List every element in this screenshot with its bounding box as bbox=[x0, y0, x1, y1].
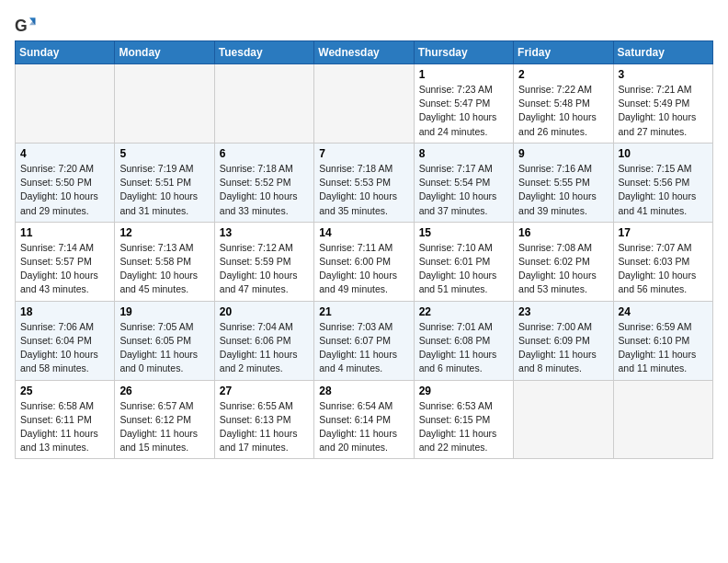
day-info: Sunrise: 7:01 AM Sunset: 6:08 PM Dayligh… bbox=[419, 320, 508, 376]
calendar-cell bbox=[314, 64, 414, 144]
calendar-cell: 20Sunrise: 7:04 AM Sunset: 6:06 PM Dayli… bbox=[214, 301, 313, 380]
day-info: Sunrise: 7:18 AM Sunset: 5:53 PM Dayligh… bbox=[319, 162, 408, 218]
day-number: 2 bbox=[518, 68, 608, 81]
page-header: G bbox=[15, 15, 713, 37]
calendar-cell: 5Sunrise: 7:19 AM Sunset: 5:51 PM Daylig… bbox=[115, 143, 214, 222]
day-info: Sunrise: 7:20 AM Sunset: 5:50 PM Dayligh… bbox=[20, 162, 109, 218]
calendar-week-5: 25Sunrise: 6:58 AM Sunset: 6:11 PM Dayli… bbox=[16, 380, 713, 459]
calendar-cell: 3Sunrise: 7:21 AM Sunset: 5:49 PM Daylig… bbox=[613, 64, 712, 144]
day-number: 27 bbox=[220, 385, 309, 397]
day-number: 20 bbox=[220, 305, 309, 318]
day-number: 22 bbox=[419, 305, 508, 318]
day-info: Sunrise: 7:23 AM Sunset: 5:47 PM Dayligh… bbox=[419, 83, 508, 139]
day-number: 13 bbox=[220, 226, 309, 239]
day-number: 28 bbox=[319, 385, 408, 397]
calendar-cell: 19Sunrise: 7:05 AM Sunset: 6:05 PM Dayli… bbox=[115, 301, 214, 380]
day-number: 18 bbox=[20, 305, 109, 318]
calendar-cell: 13Sunrise: 7:12 AM Sunset: 5:59 PM Dayli… bbox=[214, 222, 313, 301]
day-info: Sunrise: 7:03 AM Sunset: 6:07 PM Dayligh… bbox=[319, 320, 408, 376]
calendar-cell: 2Sunrise: 7:22 AM Sunset: 5:48 PM Daylig… bbox=[514, 64, 613, 144]
calendar-week-3: 11Sunrise: 7:14 AM Sunset: 5:57 PM Dayli… bbox=[16, 222, 713, 301]
calendar-cell: 10Sunrise: 7:15 AM Sunset: 5:56 PM Dayli… bbox=[613, 143, 712, 222]
calendar-week-2: 4Sunrise: 7:20 AM Sunset: 5:50 PM Daylig… bbox=[16, 143, 713, 222]
calendar-cell: 17Sunrise: 7:07 AM Sunset: 6:03 PM Dayli… bbox=[613, 222, 712, 301]
day-info: Sunrise: 7:07 AM Sunset: 6:03 PM Dayligh… bbox=[619, 241, 708, 297]
day-info: Sunrise: 6:53 AM Sunset: 6:15 PM Dayligh… bbox=[419, 399, 508, 455]
calendar-cell: 22Sunrise: 7:01 AM Sunset: 6:08 PM Dayli… bbox=[414, 301, 513, 380]
day-info: Sunrise: 7:11 AM Sunset: 6:00 PM Dayligh… bbox=[319, 241, 408, 297]
day-info: Sunrise: 6:58 AM Sunset: 6:11 PM Dayligh… bbox=[20, 399, 109, 455]
calendar-cell bbox=[16, 64, 115, 144]
calendar-cell bbox=[214, 64, 313, 144]
col-header-thursday: Thursday bbox=[414, 41, 513, 64]
day-number: 1 bbox=[419, 68, 508, 81]
calendar-cell: 11Sunrise: 7:14 AM Sunset: 5:57 PM Dayli… bbox=[16, 222, 115, 301]
day-info: Sunrise: 7:14 AM Sunset: 5:57 PM Dayligh… bbox=[20, 241, 109, 297]
day-info: Sunrise: 7:16 AM Sunset: 5:55 PM Dayligh… bbox=[518, 162, 608, 218]
day-number: 3 bbox=[619, 68, 708, 81]
calendar-cell: 6Sunrise: 7:18 AM Sunset: 5:52 PM Daylig… bbox=[214, 143, 313, 222]
calendar-cell: 12Sunrise: 7:13 AM Sunset: 5:58 PM Dayli… bbox=[115, 222, 214, 301]
day-number: 5 bbox=[119, 147, 209, 160]
day-number: 14 bbox=[319, 226, 408, 239]
day-number: 24 bbox=[619, 305, 708, 318]
day-info: Sunrise: 7:05 AM Sunset: 6:05 PM Dayligh… bbox=[119, 320, 209, 376]
day-number: 11 bbox=[20, 226, 109, 239]
calendar-cell: 23Sunrise: 7:00 AM Sunset: 6:09 PM Dayli… bbox=[514, 301, 613, 380]
calendar-week-4: 18Sunrise: 7:06 AM Sunset: 6:04 PM Dayli… bbox=[16, 301, 713, 380]
logo-icon: G bbox=[15, 15, 37, 37]
calendar-cell: 25Sunrise: 6:58 AM Sunset: 6:11 PM Dayli… bbox=[16, 380, 115, 459]
svg-text:G: G bbox=[15, 17, 28, 35]
calendar-cell bbox=[115, 64, 214, 144]
day-number: 6 bbox=[220, 147, 309, 160]
day-info: Sunrise: 7:00 AM Sunset: 6:09 PM Dayligh… bbox=[518, 320, 608, 376]
day-number: 10 bbox=[619, 147, 708, 160]
calendar-table: SundayMondayTuesdayWednesdayThursdayFrid… bbox=[15, 40, 713, 459]
day-number: 9 bbox=[518, 147, 608, 160]
day-info: Sunrise: 7:13 AM Sunset: 5:58 PM Dayligh… bbox=[119, 241, 209, 297]
day-info: Sunrise: 7:19 AM Sunset: 5:51 PM Dayligh… bbox=[119, 162, 209, 218]
col-header-tuesday: Tuesday bbox=[214, 41, 313, 64]
day-info: Sunrise: 7:06 AM Sunset: 6:04 PM Dayligh… bbox=[20, 320, 109, 376]
calendar-cell: 16Sunrise: 7:08 AM Sunset: 6:02 PM Dayli… bbox=[514, 222, 613, 301]
calendar-cell: 1Sunrise: 7:23 AM Sunset: 5:47 PM Daylig… bbox=[414, 64, 513, 144]
day-info: Sunrise: 7:15 AM Sunset: 5:56 PM Dayligh… bbox=[619, 162, 708, 218]
day-number: 23 bbox=[518, 305, 608, 318]
calendar-cell: 15Sunrise: 7:10 AM Sunset: 6:01 PM Dayli… bbox=[414, 222, 513, 301]
day-number: 29 bbox=[419, 385, 508, 397]
day-info: Sunrise: 7:21 AM Sunset: 5:49 PM Dayligh… bbox=[619, 83, 708, 139]
day-number: 8 bbox=[419, 147, 508, 160]
day-number: 26 bbox=[119, 385, 209, 397]
col-header-saturday: Saturday bbox=[613, 41, 712, 64]
calendar-cell bbox=[514, 380, 613, 459]
day-info: Sunrise: 7:17 AM Sunset: 5:54 PM Dayligh… bbox=[419, 162, 508, 218]
calendar-cell: 18Sunrise: 7:06 AM Sunset: 6:04 PM Dayli… bbox=[16, 301, 115, 380]
calendar-week-1: 1Sunrise: 7:23 AM Sunset: 5:47 PM Daylig… bbox=[16, 64, 713, 144]
day-info: Sunrise: 6:54 AM Sunset: 6:14 PM Dayligh… bbox=[319, 399, 408, 455]
calendar-cell: 29Sunrise: 6:53 AM Sunset: 6:15 PM Dayli… bbox=[414, 380, 513, 459]
col-header-sunday: Sunday bbox=[16, 41, 115, 64]
col-header-monday: Monday bbox=[115, 41, 214, 64]
day-info: Sunrise: 7:10 AM Sunset: 6:01 PM Dayligh… bbox=[419, 241, 508, 297]
calendar-cell: 21Sunrise: 7:03 AM Sunset: 6:07 PM Dayli… bbox=[314, 301, 414, 380]
calendar-cell: 28Sunrise: 6:54 AM Sunset: 6:14 PM Dayli… bbox=[314, 380, 414, 459]
day-info: Sunrise: 7:18 AM Sunset: 5:52 PM Dayligh… bbox=[220, 162, 309, 218]
day-number: 16 bbox=[518, 226, 608, 239]
calendar-cell: 7Sunrise: 7:18 AM Sunset: 5:53 PM Daylig… bbox=[314, 143, 414, 222]
calendar-cell: 8Sunrise: 7:17 AM Sunset: 5:54 PM Daylig… bbox=[414, 143, 513, 222]
calendar-cell: 14Sunrise: 7:11 AM Sunset: 6:00 PM Dayli… bbox=[314, 222, 414, 301]
calendar-header-row: SundayMondayTuesdayWednesdayThursdayFrid… bbox=[16, 41, 713, 64]
day-number: 19 bbox=[119, 305, 209, 318]
day-info: Sunrise: 6:55 AM Sunset: 6:13 PM Dayligh… bbox=[220, 399, 309, 455]
day-info: Sunrise: 7:04 AM Sunset: 6:06 PM Dayligh… bbox=[220, 320, 309, 376]
calendar-cell: 26Sunrise: 6:57 AM Sunset: 6:12 PM Dayli… bbox=[115, 380, 214, 459]
calendar-cell bbox=[613, 380, 712, 459]
calendar-cell: 4Sunrise: 7:20 AM Sunset: 5:50 PM Daylig… bbox=[16, 143, 115, 222]
day-info: Sunrise: 6:57 AM Sunset: 6:12 PM Dayligh… bbox=[119, 399, 209, 455]
day-number: 25 bbox=[20, 385, 109, 397]
logo: G bbox=[15, 15, 40, 37]
col-header-wednesday: Wednesday bbox=[314, 41, 414, 64]
day-info: Sunrise: 7:08 AM Sunset: 6:02 PM Dayligh… bbox=[518, 241, 608, 297]
day-number: 7 bbox=[319, 147, 408, 160]
day-number: 17 bbox=[619, 226, 708, 239]
